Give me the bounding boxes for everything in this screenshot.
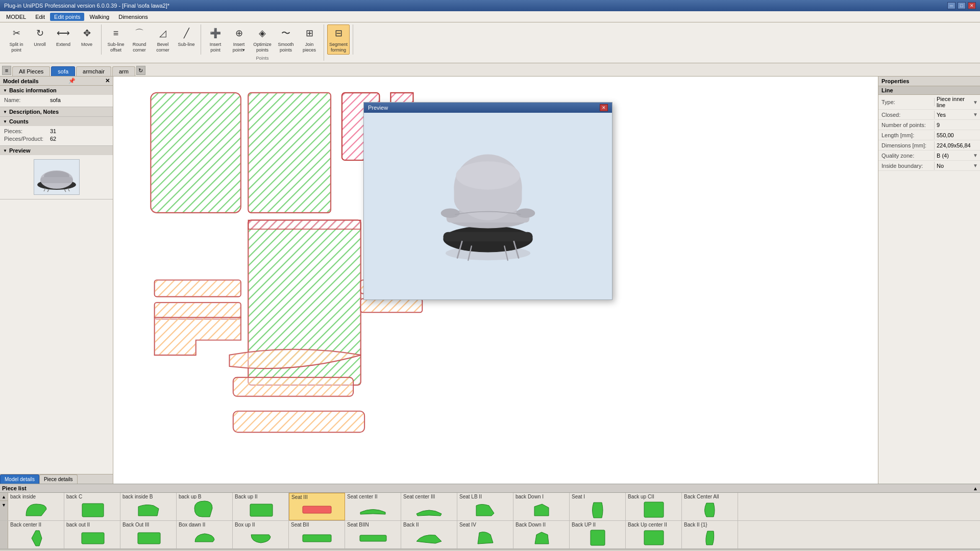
menu-edit-points[interactable]: Edit points (50, 13, 84, 21)
preview-dialog-close-button[interactable]: ✕ (600, 104, 608, 111)
piece-thumb-back-down-i (532, 499, 551, 519)
description-header[interactable]: ▼ Description, Notes (0, 107, 113, 116)
piece-item-back-down-i[interactable]: back Down I (513, 493, 570, 520)
piece-item-seat-iii[interactable]: Seat III (289, 493, 345, 520)
split-in-point-button[interactable]: ✂ Split inpoint (5, 24, 28, 55)
smooth-points-icon: 〜 (279, 27, 293, 41)
piece-thumb-seat-i (589, 499, 607, 519)
piece-item-back-up-center-ii[interactable]: Back Up center II (626, 521, 682, 548)
piece-thumb-back-inside-b (136, 499, 161, 519)
piece-item-back-c[interactable]: back C (64, 493, 120, 520)
menu-model[interactable]: MODEL (2, 13, 30, 21)
bevel-corner-button[interactable]: ◿ Bevelcorner (152, 24, 174, 55)
bevel-corner-icon: ◿ (156, 27, 170, 41)
piece-thumb-back-ii (415, 528, 443, 547)
piece-label-seat-center-iii: Seat center III (403, 494, 455, 499)
counts-header[interactable]: ▼ Counts (0, 117, 113, 126)
move-button[interactable]: ✥ Move (76, 24, 98, 55)
piece-thumb-back-center-ii (27, 528, 46, 547)
panel-close-icon[interactable]: ✕ (105, 78, 110, 84)
preview-dialog-title-text: Preview (368, 105, 388, 111)
join-pieces-button[interactable]: ⊞ Joinpieces (298, 24, 321, 55)
split-in-point-icon: ✂ (9, 27, 23, 41)
piece-item-seat-lb-ii[interactable]: Seat LB II (457, 493, 513, 520)
prop-num-points-val: 9 (935, 121, 980, 129)
piece-item-back-up-cii[interactable]: Back up CII (626, 493, 682, 520)
piece-item-back-out-iii[interactable]: Back Out III (120, 521, 177, 548)
piece-label-back-up-b: back up B (179, 494, 230, 499)
tab-model-details[interactable]: Model details (0, 474, 39, 484)
piece-item-back-center-all[interactable]: Back Center All (682, 493, 738, 520)
sub-line-button[interactable]: ╱ Sub-line (175, 24, 198, 55)
piece-list-collapse[interactable]: ▲ (973, 486, 978, 491)
basic-info-header[interactable]: ▼ Basic information (0, 86, 113, 95)
basic-info-title: Basic information (9, 87, 57, 93)
insert-point-button[interactable]: ➕ Insertpoint (204, 24, 227, 55)
segment-forming-button[interactable]: ⊟ Segmentforming (327, 24, 350, 55)
preview-header[interactable]: ▼ Preview (0, 146, 113, 155)
piece-item-back-down-ii[interactable]: Back Down II (513, 521, 570, 548)
tab-refresh[interactable]: ↻ (136, 66, 145, 75)
piece-item-seat-center-ii[interactable]: Seat center II (345, 493, 401, 520)
piece-shape-seat-iii (302, 504, 332, 515)
piece-shape-back-out-ii (80, 530, 105, 546)
piece-item-back-inside[interactable]: back inside (8, 493, 64, 520)
piece-shape-seat-iv (475, 529, 496, 546)
piece-list-row-1: ▲ ▼ back inside back C back inside B bac… (0, 493, 980, 521)
piece-label-seat-biin: Seat BIIN (347, 522, 399, 528)
piece-item-seat-iv[interactable]: Seat IV (457, 521, 513, 548)
join-pieces-icon: ⊞ (302, 27, 316, 41)
smooth-points-button[interactable]: 〜 Smoothpoints (275, 24, 297, 55)
piece-item-seat-biin[interactable]: Seat BIIN (345, 521, 401, 548)
minimize-button[interactable]: ─ (947, 2, 955, 9)
svg-line-6 (47, 189, 49, 192)
piece-item-seat-bii[interactable]: Seat BII (289, 521, 345, 548)
piece-item-seat-i[interactable]: Seat I (570, 493, 626, 520)
piece-list-next[interactable]: ▼ (0, 501, 8, 509)
sub-line-offset-button[interactable]: ≡ Sub-lineoffset (105, 24, 127, 55)
tab-armchair[interactable]: armchair (76, 66, 111, 76)
pieces-product-value: 62 (50, 136, 56, 142)
piece-thumb-seat-center-iii (415, 499, 443, 519)
extend-button[interactable]: ⟷ Extend (52, 24, 75, 55)
piece-item-box-dawn-ii[interactable]: Box dawn II (177, 521, 233, 548)
insert-point2-button[interactable]: ⊕ Insertpoint▾ (228, 24, 250, 55)
unroll-icon: ↻ (33, 27, 47, 41)
piece-item-back-out-ii[interactable]: back out II (64, 521, 120, 548)
tab-piece-details[interactable]: Piece details (39, 474, 78, 484)
maximize-button[interactable]: □ (958, 2, 966, 9)
sub-line-offset-icon: ≡ (109, 27, 123, 41)
piece-item-back-ii[interactable]: Back II (401, 521, 457, 548)
canvas-area[interactable]: Preview ✕ (113, 77, 878, 484)
piece-item-back-up-ii2[interactable]: Back UP II (570, 521, 626, 548)
unroll-button[interactable]: ↻ Unroll (29, 24, 51, 55)
name-label: Name: (4, 97, 50, 103)
piece-thumb-back-center-all (700, 499, 720, 519)
tab-arm[interactable]: arm (112, 66, 135, 76)
close-button[interactable]: ✕ (968, 2, 976, 9)
piece-item-back-center-ii[interactable]: Back center II (8, 521, 64, 548)
prop-closed-dropdown[interactable]: ▼ (973, 112, 978, 117)
piece-list-prev[interactable]: ▲ (0, 493, 8, 501)
round-corner-button[interactable]: ⌒ Roundcorner (128, 24, 151, 55)
panel-pin-icon[interactable]: 📌 (68, 78, 76, 84)
tab-sofa[interactable]: sofa (51, 66, 75, 76)
menu-walking[interactable]: Walking (85, 13, 113, 21)
piece-item-back-inside-b[interactable]: back inside B (120, 493, 177, 520)
piece-shape-back-down-i (532, 502, 551, 518)
piece-item-back-up-ii[interactable]: Back up II (233, 493, 289, 520)
prop-inside-boundary-dropdown[interactable]: ▼ (973, 163, 978, 168)
optimize-points-button[interactable]: ◈ Optimizepoints (251, 24, 274, 55)
piece-item-back-ii-1[interactable]: Back II {1} (682, 521, 738, 548)
all-pieces-tab[interactable]: ≡ (2, 66, 11, 75)
tab-all-pieces[interactable]: All Pieces (12, 66, 50, 76)
piece-item-back-up-b[interactable]: back up B (177, 493, 233, 520)
prop-type-dropdown[interactable]: ▼ (973, 99, 978, 105)
piece-label-seat-lb-ii: Seat LB II (459, 494, 511, 499)
menu-edit[interactable]: Edit (31, 13, 49, 21)
piece-item-box-up-ii[interactable]: Box up II (233, 521, 289, 548)
piece-thumb-seat-lb-ii (474, 499, 497, 519)
prop-quality-dropdown[interactable]: ▼ (973, 153, 978, 158)
menu-dimensions[interactable]: Dimensions (114, 13, 152, 21)
piece-item-seat-center-iii[interactable]: Seat center III (401, 493, 457, 520)
